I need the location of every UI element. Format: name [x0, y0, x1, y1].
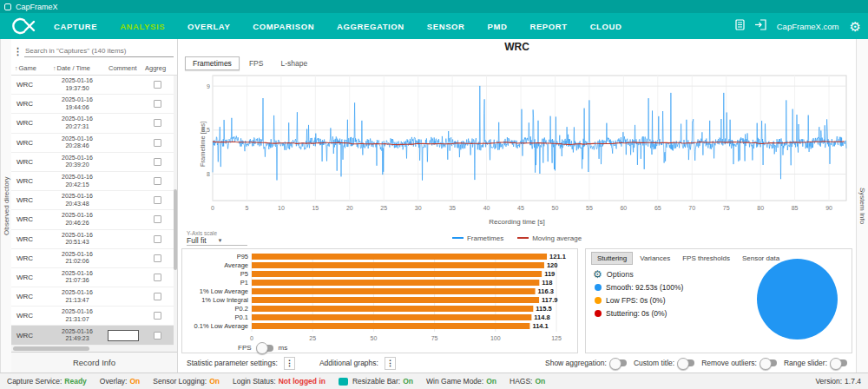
fps-statistics-chart[interactable]: 0255075100125P95121.1Average120P5119P111…: [181, 248, 578, 353]
toggle-group: Show aggregation:: [545, 359, 627, 367]
toggle-switch[interactable]: [678, 359, 694, 366]
capture-row[interactable]: WRC2025-01-1621:49:23: [11, 326, 177, 345]
capture-row[interactable]: WRC2025-01-1620:28:46: [11, 134, 177, 153]
aggregate-checkbox[interactable]: [154, 293, 161, 300]
svg-text:Average: Average: [224, 261, 248, 269]
tab-l-shape[interactable]: L-shape: [273, 56, 315, 70]
capture-row[interactable]: WRC2025-01-1619:37:50: [11, 76, 177, 95]
capture-game: WRC: [11, 215, 49, 223]
aggregate-checkbox[interactable]: [154, 274, 161, 281]
comment-input[interactable]: [108, 330, 139, 341]
fps-ms-toggle[interactable]: [257, 345, 273, 352]
aggregate-checkbox[interactable]: [154, 100, 161, 108]
aggregate-checkbox[interactable]: [154, 312, 161, 320]
capture-row[interactable]: WRC2025-01-1620:39:20: [11, 153, 177, 172]
capture-row[interactable]: WRC2025-01-1620:51:43: [11, 230, 177, 249]
capture-game: WRC: [11, 119, 49, 127]
svg-text:8: 8: [207, 171, 210, 177]
capture-row[interactable]: WRC2025-01-1619:44:06: [11, 95, 177, 114]
aggregate-checkbox[interactable]: [154, 332, 161, 340]
svg-text:116.3: 116.3: [538, 287, 554, 295]
vertical-scrollbar[interactable]: [174, 76, 177, 346]
svg-text:25: 25: [380, 205, 387, 211]
unit-toggle-row: FPS ms: [238, 344, 575, 352]
status-label: Overlay:: [100, 377, 128, 386]
scrollbar-thumb[interactable]: [174, 189, 177, 270]
capture-row[interactable]: WRC2025-01-1621:31:07: [11, 307, 177, 326]
nav-item-comparison[interactable]: COMPARISON: [253, 22, 314, 31]
svg-text:114.8: 114.8: [534, 313, 549, 321]
aggregate-checkbox[interactable]: [154, 81, 161, 89]
aggregate-checkbox[interactable]: [154, 139, 161, 147]
svg-text:35: 35: [449, 205, 456, 211]
captures-search-input[interactable]: [24, 45, 174, 57]
nav-item-capture[interactable]: CAPTURE: [54, 22, 97, 31]
tab-frametimes[interactable]: Frametimes: [185, 56, 240, 70]
captures-sidebar: ⋮ ↑Game ↑Date / Time Comment Aggreg WRC2…: [11, 39, 178, 373]
frametimes-plot[interactable]: 05101520253035404550556065707580859088.5…: [194, 70, 851, 214]
search-row: ⋮: [11, 39, 177, 62]
nav-item-cloud[interactable]: CLOUD: [590, 22, 622, 31]
stutter-tab-sensor-data[interactable]: Sensor data: [737, 253, 785, 264]
aggregate-checkbox[interactable]: [154, 235, 161, 243]
additional-graphs-menu-icon[interactable]: ⋮: [385, 357, 396, 370]
aggregate-checkbox[interactable]: [154, 254, 161, 262]
report-icon[interactable]: [735, 18, 745, 34]
stutter-tab-fps-thresholds[interactable]: FPS thresholds: [677, 253, 735, 264]
horizontal-scrollbar[interactable]: [11, 346, 177, 352]
aggregate-checkbox[interactable]: [154, 215, 161, 223]
column-header-datetime[interactable]: ↑Date / Time: [49, 64, 105, 72]
capture-datetime: 2025-01-1619:37:50: [49, 77, 105, 92]
capture-row[interactable]: WRC2025-01-1620:46:26: [11, 210, 177, 229]
svg-text:119: 119: [544, 270, 555, 278]
capture-aggregate-cell: [141, 81, 174, 89]
capture-row[interactable]: WRC2025-01-1621:02:06: [11, 249, 177, 268]
nav-item-report[interactable]: REPORT: [529, 22, 567, 31]
capture-row[interactable]: WRC2025-01-1621:07:36: [11, 268, 177, 287]
capture-game: WRC: [11, 312, 49, 320]
observed-directory-tab[interactable]: Observed directory: [0, 39, 11, 373]
aggregate-checkbox[interactable]: [154, 119, 161, 127]
stuttering-pie-chart[interactable]: [757, 259, 838, 340]
column-header-game[interactable]: ↑Game: [11, 64, 49, 72]
capture-row[interactable]: WRC2025-01-1620:42:15: [11, 172, 177, 191]
scrollbar-thumb[interactable]: [13, 346, 89, 351]
frametimes-chart[interactable]: Frametime [ms] 0510152025303540455055606…: [181, 70, 852, 218]
capture-game: WRC: [11, 100, 49, 108]
toggle-switch[interactable]: [831, 359, 847, 366]
svg-text:90: 90: [825, 205, 832, 211]
record-info-bar[interactable]: Record Info: [11, 352, 177, 373]
toggle-label: Custom title:: [634, 359, 674, 367]
capture-row[interactable]: WRC2025-01-1621:13:47: [11, 287, 177, 307]
tab-fps[interactable]: FPS: [241, 56, 272, 70]
aggregate-checkbox[interactable]: [154, 177, 161, 185]
toggle-switch[interactable]: [610, 359, 627, 366]
svg-text:117.9: 117.9: [542, 296, 557, 304]
yaxis-scale-select[interactable]: Full fit ▾: [187, 236, 247, 246]
aggregate-checkbox[interactable]: [154, 196, 161, 204]
settings-gear-icon[interactable]: ⚙: [850, 20, 861, 33]
column-header-comment[interactable]: Comment: [105, 64, 141, 72]
svg-text:121.1: 121.1: [549, 253, 566, 260]
aggregate-checkbox[interactable]: [154, 158, 161, 166]
cx-logo[interactable]: [7, 16, 38, 36]
fps-statistics-plot[interactable]: 0255075100125P95121.1Average120P5119P111…: [184, 250, 575, 340]
system-info-tab[interactable]: System Info: [856, 39, 868, 373]
captures-menu-icon[interactable]: ⋮: [13, 46, 22, 57]
toggle-switch[interactable]: [760, 359, 777, 366]
nav-bar: CAPTUREANALYSISOVERLAYCOMPARISONAGGREGAT…: [0, 13, 868, 39]
nav-item-pmd[interactable]: PMD: [488, 22, 508, 31]
stutter-tab-stuttering[interactable]: Stuttering: [591, 252, 633, 265]
nav-item-overlay[interactable]: OVERLAY: [187, 22, 230, 31]
nav-item-sensor[interactable]: SENSOR: [427, 22, 465, 31]
stutter-tab-variances[interactable]: Variances: [635, 253, 675, 264]
site-link[interactable]: CapFrameX.com: [777, 22, 839, 31]
statistic-settings-menu-icon[interactable]: ⋮: [284, 357, 295, 370]
nav-item-analysis[interactable]: ANALYSIS: [120, 22, 165, 31]
svg-text:30: 30: [415, 205, 422, 211]
nav-item-aggregation[interactable]: AGGREGATION: [337, 22, 404, 31]
column-header-aggregate[interactable]: Aggreg: [141, 64, 174, 72]
login-icon[interactable]: [755, 18, 766, 34]
capture-row[interactable]: WRC2025-01-1620:43:48: [11, 191, 177, 210]
capture-row[interactable]: WRC2025-01-1620:27:31: [11, 114, 177, 133]
